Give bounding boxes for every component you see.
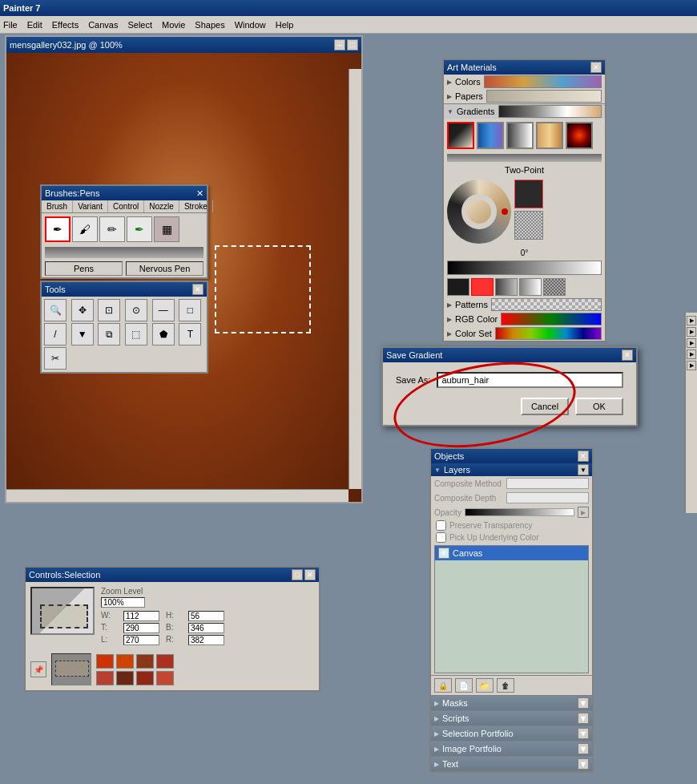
t-value: 290	[123, 623, 159, 633]
tool-shape[interactable]: ⬟	[152, 323, 175, 346]
brush-icon-4[interactable]: ✒	[127, 216, 152, 242]
grad-small-4[interactable]	[519, 278, 542, 296]
menu-canvas[interactable]: Canvas	[88, 20, 118, 30]
image-scrollbar-horizontal[interactable]	[6, 489, 348, 502]
image-minimize-button[interactable]: ─	[334, 39, 345, 51]
layers-tool-new[interactable]: 📄	[455, 678, 473, 693]
tool-move[interactable]: ✥	[71, 299, 94, 321]
art-materials-close-button[interactable]: ✕	[590, 62, 602, 73]
controls-restore-button[interactable]: □	[292, 569, 303, 580]
cancel-button[interactable]: Cancel	[521, 398, 569, 415]
preserve-transparency-checkbox[interactable]	[436, 520, 446, 531]
tool-crop[interactable]: ⊡	[98, 299, 120, 321]
layers-tool-delete[interactable]: 🗑	[497, 678, 514, 693]
rpe-btn-3[interactable]: ▶	[687, 338, 696, 348]
tool-magnify[interactable]: 🔍	[44, 299, 66, 321]
tool-scissors[interactable]: ✂	[44, 347, 66, 370]
save-gradient-close-button[interactable]: ✕	[622, 350, 633, 361]
tools-close-button[interactable]: ✕	[192, 284, 203, 295]
menu-movie[interactable]: Movie	[162, 20, 185, 30]
grad-small-3[interactable]	[495, 278, 518, 296]
tool-clone[interactable]: ⧉	[98, 323, 120, 346]
art-materials-colors-row[interactable]: ▶ Colors	[444, 75, 605, 89]
patterns-row[interactable]: ▶ Patterns	[444, 297, 605, 312]
opacity-slider[interactable]	[465, 508, 574, 516]
grad-swatch-5[interactable]	[566, 122, 593, 149]
brush-icon-2[interactable]: 🖌	[72, 216, 98, 242]
grad-swatch-4[interactable]	[536, 122, 563, 149]
layer-canvas-row[interactable]: 👁 Canvas	[435, 546, 588, 560]
art-materials-papers-row[interactable]: ▶ Papers	[444, 89, 605, 103]
grad-small-5[interactable]	[543, 278, 566, 296]
text-row[interactable]: ▶ Text ▼	[431, 756, 592, 771]
masks-row[interactable]: ▶ Masks ▼	[431, 695, 592, 710]
gradient-ring[interactable]	[447, 180, 511, 244]
layer-eye-icon[interactable]: 👁	[438, 548, 449, 559]
image-scrollbar-vertical[interactable]	[348, 69, 361, 489]
tool-lasso[interactable]: ⊙	[125, 299, 147, 321]
grad-small-1[interactable]	[447, 278, 469, 296]
menu-effects[interactable]: Effects	[52, 20, 79, 30]
masks-scroll[interactable]: ▼	[578, 697, 589, 709]
objects-close-button[interactable]: ✕	[578, 451, 589, 462]
brush-icon-pen[interactable]: ✒	[45, 216, 71, 242]
tab-brush[interactable]: Brush	[42, 200, 73, 212]
grad-swatch-1[interactable]	[447, 122, 474, 149]
tool-rect[interactable]: □	[179, 299, 201, 321]
layers-tool-group[interactable]: 📁	[476, 678, 494, 693]
brushes-close-button[interactable]: ✕	[196, 188, 203, 199]
rpe-btn-4[interactable]: ▶	[687, 350, 696, 359]
grad-preview-noise[interactable]	[514, 211, 543, 240]
ok-button[interactable]: OK	[575, 398, 623, 415]
grad-small-2[interactable]	[471, 278, 494, 296]
tab-variant[interactable]: Variant	[73, 200, 108, 212]
menu-window[interactable]: Window	[235, 20, 266, 30]
layers-header-row[interactable]: ▼ Layers ▼	[431, 463, 592, 476]
gradient-slider[interactable]	[447, 261, 602, 275]
grad-preview-black[interactable]	[514, 180, 543, 208]
brush-icon-5[interactable]: ▦	[154, 216, 179, 242]
controls-close-button[interactable]: ✕	[304, 569, 316, 580]
tab-nozzle[interactable]: Nozzle	[144, 200, 179, 212]
image-portfolio-scroll[interactable]: ▼	[578, 743, 589, 754]
tool-eyedrop[interactable]: /	[44, 323, 66, 346]
gradient-swatches-row	[444, 119, 605, 152]
tool-fill[interactable]: ▼	[71, 323, 94, 346]
opacity-arrow[interactable]: ▶	[578, 507, 589, 518]
brush-icon-3[interactable]: ✏	[99, 216, 125, 242]
scripts-row[interactable]: ▶ Scripts ▼	[431, 710, 592, 725]
scripts-scroll[interactable]: ▼	[578, 713, 589, 724]
color-set-row[interactable]: ▶ Color Set	[444, 326, 605, 341]
selection-portfolio-row[interactable]: ▶ Selection Portfolio ▼	[431, 725, 592, 741]
pick-up-underlying-checkbox[interactable]	[436, 532, 446, 543]
tool-text[interactable]: T	[179, 323, 201, 346]
gradient-ring-dot[interactable]	[502, 208, 508, 215]
rpe-btn-5[interactable]: ▶	[687, 361, 696, 370]
composite-method-value[interactable]	[506, 478, 589, 489]
tab-control[interactable]: Control	[108, 200, 144, 212]
grad-swatch-2[interactable]	[477, 122, 504, 149]
menu-help[interactable]: Help	[276, 20, 294, 30]
menu-select[interactable]: Select	[127, 20, 152, 30]
tool-sel-rect[interactable]: ⬚	[125, 323, 147, 346]
selection-portfolio-scroll[interactable]: ▼	[578, 728, 589, 739]
layers-tool-lock[interactable]: 🔒	[434, 678, 452, 693]
menu-edit[interactable]: Edit	[27, 20, 42, 30]
image-portfolio-row[interactable]: ▶ Image Portfolio ▼	[431, 741, 592, 756]
art-materials-gradients-row[interactable]: ▼ Gradients	[444, 103, 605, 119]
text-scroll[interactable]: ▼	[578, 758, 589, 770]
colors-label: Colors	[455, 77, 481, 87]
rgb-color-row[interactable]: ▶ RGB Color	[444, 312, 605, 326]
selection-portfolio-label: Selection Portfolio	[442, 729, 514, 738]
save-as-input[interactable]	[437, 372, 623, 388]
rpe-btn-1[interactable]: ▶	[687, 316, 696, 325]
menu-shapes[interactable]: Shapes	[195, 20, 224, 30]
grad-swatch-3[interactable]	[506, 122, 534, 149]
composite-depth-value[interactable]	[506, 492, 589, 503]
tab-stroke[interactable]: Stroke	[179, 200, 213, 212]
menu-file[interactable]: File	[3, 20, 18, 30]
tool-brush[interactable]: —	[152, 299, 175, 321]
image-maximize-button[interactable]: □	[347, 39, 358, 51]
rpe-btn-2[interactable]: ▶	[687, 327, 696, 337]
layers-scroll-button[interactable]: ▼	[578, 464, 589, 475]
